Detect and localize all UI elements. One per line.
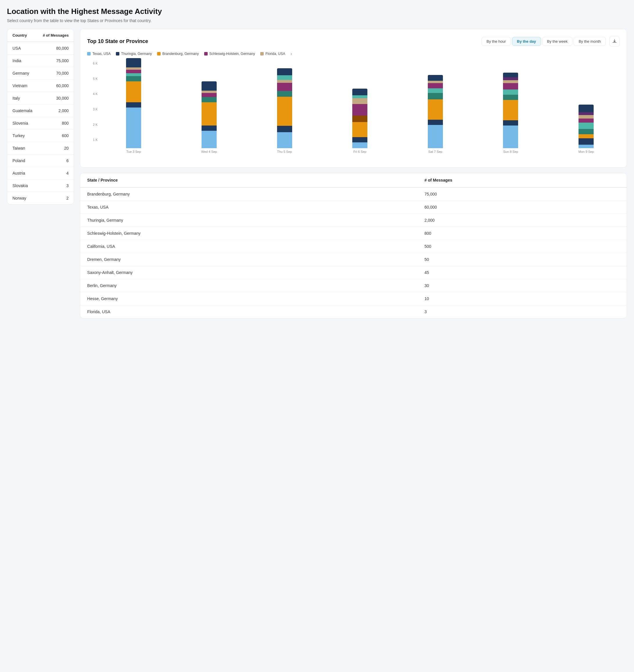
country-table-row[interactable]: Austria 4 xyxy=(7,167,74,179)
state-name: Florida, USA xyxy=(80,305,417,318)
bar-segment xyxy=(126,58,141,67)
download-button[interactable] xyxy=(609,36,620,47)
bar-segment xyxy=(201,125,217,131)
state-table-row: Saxony-Anhalt, Germany 45 xyxy=(80,266,627,279)
state-table-row: Hesse, Germany 10 xyxy=(80,292,627,305)
country-table-row[interactable]: Italy 30,000 xyxy=(7,92,74,104)
bar-segment xyxy=(201,97,217,102)
state-messages: 10 xyxy=(418,292,627,305)
bar-segment xyxy=(428,83,443,88)
state-table-row: Schleswig-Holstein, Germany 800 xyxy=(80,227,627,240)
bar-segment xyxy=(428,88,443,93)
bar-label: Thu 5 Sep xyxy=(277,150,292,153)
state-table-row: Florida, USA 3 xyxy=(80,305,627,318)
country-table-row[interactable]: Poland 6 xyxy=(7,154,74,167)
state-table-row: Texas, USA 60,000 xyxy=(80,201,627,214)
bar-segment xyxy=(126,70,141,73)
country-name: Italy xyxy=(7,92,38,104)
country-col-header: Country xyxy=(7,29,38,42)
legend-label: Brandenburg, Germany xyxy=(162,52,199,56)
state-messages-col-header: # of Messages xyxy=(418,173,627,187)
state-name: Saxony-Anhalt, Germany xyxy=(80,266,417,279)
tab-group: By the hourBy the dayBy the weekBy the m… xyxy=(482,36,620,47)
country-messages: 20 xyxy=(38,142,74,154)
stacked-bar xyxy=(277,68,292,148)
country-messages: 4 xyxy=(38,167,74,179)
country-table: Country # of Messages USA 80,000 India 7… xyxy=(7,29,74,204)
state-table-row: Brandenburg, Germany 75,000 xyxy=(80,187,627,201)
stacked-bar xyxy=(126,58,141,148)
bar-label: Wed 4 Sep xyxy=(201,150,217,153)
bar-label: Sun 8 Sep xyxy=(503,150,518,153)
state-table-card: State / Province # of Messages Brandenbu… xyxy=(80,173,627,318)
country-messages: 6 xyxy=(38,154,74,167)
right-panel: Top 10 State or Province By the hourBy t… xyxy=(80,29,627,318)
state-messages: 2,000 xyxy=(418,214,627,227)
country-messages: 2 xyxy=(38,192,74,205)
bar-segment xyxy=(503,80,518,83)
legend-item: Texas, USA xyxy=(87,52,111,56)
bar-segment xyxy=(352,95,367,98)
bar-segment xyxy=(277,75,292,80)
bar-segment xyxy=(579,119,594,123)
chart-header: Top 10 State or Province By the hourBy t… xyxy=(87,36,620,47)
bar-group: Wed 4 Sep xyxy=(175,81,243,153)
state-name: Dremen, Germany xyxy=(80,253,417,266)
bar-segment xyxy=(352,104,367,116)
state-name: Thuringia, Germany xyxy=(80,214,417,227)
tab-by-the-month[interactable]: By the month xyxy=(574,37,606,46)
chart-card: Top 10 State or Province By the hourBy t… xyxy=(80,29,627,168)
legend-color xyxy=(260,52,264,55)
country-table-row[interactable]: Turkey 600 xyxy=(7,129,74,142)
legend-label: Schleswig-Holstein, Germany xyxy=(210,52,255,56)
tab-by-the-day[interactable]: By the day xyxy=(512,37,541,46)
state-table-row: Berlin, Germany 30 xyxy=(80,279,627,292)
chart-area: 6 K 5 K 4 K 3 K 2 K 1 K Tue 3 SepWed 4 S… xyxy=(87,62,620,160)
bars-container: Tue 3 SepWed 4 SepThu 5 SepFri 6 SepSat … xyxy=(100,62,620,160)
state-messages: 45 xyxy=(418,266,627,279)
country-table-row[interactable]: India 75,000 xyxy=(7,55,74,67)
bar-label: Tue 3 Sep xyxy=(126,150,141,153)
bar-segment xyxy=(579,123,594,129)
state-messages: 60,000 xyxy=(418,201,627,214)
tab-by-the-hour[interactable]: By the hour xyxy=(482,37,511,46)
bar-segment xyxy=(126,67,141,70)
chart-legend: Texas, USAThuringia, GermanyBrandenburg,… xyxy=(87,51,620,56)
y-label-5k: 5 K xyxy=(93,77,98,80)
country-name: Turkey xyxy=(7,129,38,142)
state-table: State / Province # of Messages Brandenbu… xyxy=(80,173,627,318)
country-name: Austria xyxy=(7,167,38,179)
tab-by-the-week[interactable]: By the week xyxy=(542,37,573,46)
bar-segment xyxy=(126,76,141,81)
bar-segment xyxy=(503,120,518,125)
country-table-row[interactable]: Norway 2 xyxy=(7,192,74,205)
bar-segment xyxy=(201,93,217,97)
y-label-6k: 6 K xyxy=(93,62,98,65)
bar-segment xyxy=(579,112,594,115)
country-table-row[interactable]: Germany 70,000 xyxy=(7,67,74,80)
state-table-row: Thuringia, Germany 2,000 xyxy=(80,214,627,227)
state-messages: 30 xyxy=(418,279,627,292)
country-table-row[interactable]: Vietnam 60,000 xyxy=(7,80,74,92)
country-messages: 70,000 xyxy=(38,67,74,80)
country-panel: Country # of Messages USA 80,000 India 7… xyxy=(7,29,74,205)
bar-group: Thu 5 Sep xyxy=(251,68,318,153)
bar-group: Sun 8 Sep xyxy=(477,73,544,153)
messages-col-header: # of Messages xyxy=(38,29,74,42)
country-table-row[interactable]: USA 80,000 xyxy=(7,42,74,55)
bar-segment xyxy=(428,120,443,125)
stacked-bar xyxy=(201,81,217,148)
country-table-row[interactable]: Guatemala 2,000 xyxy=(7,104,74,117)
country-table-row[interactable]: Slovenia 800 xyxy=(7,117,74,129)
legend-item: Brandenburg, Germany xyxy=(157,52,199,56)
bar-group: Sat 7 Sep xyxy=(402,75,469,153)
legend-item: Thuringia, Germany xyxy=(116,52,152,56)
bar-segment xyxy=(277,126,292,132)
legend-color xyxy=(204,52,208,55)
country-name: India xyxy=(7,55,38,67)
country-table-row[interactable]: Slovakia 3 xyxy=(7,179,74,192)
bar-label: Fri 6 Sep xyxy=(353,150,367,153)
legend-more-icon[interactable]: › xyxy=(290,51,292,56)
main-layout: Country # of Messages USA 80,000 India 7… xyxy=(7,29,627,318)
country-table-row[interactable]: Taiwan 20 xyxy=(7,142,74,154)
